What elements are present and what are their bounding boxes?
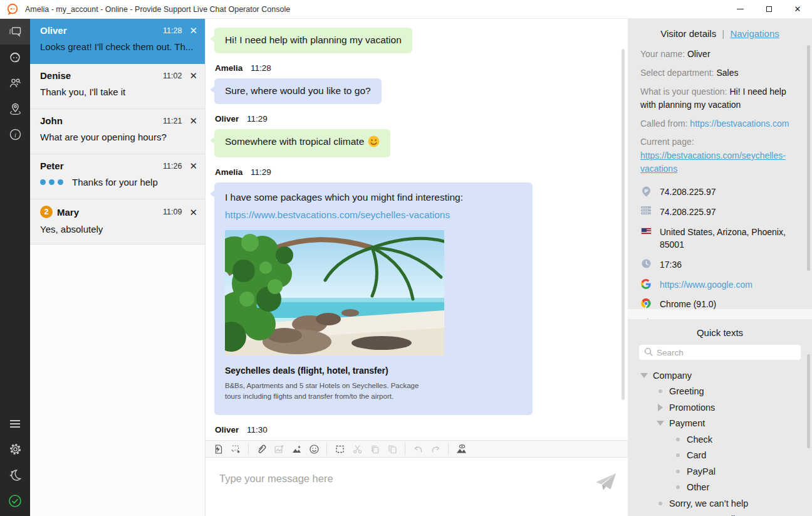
menu-icon (8, 418, 22, 429)
chat-list-item-mary[interactable]: 2 Mary 11:09 ✕ Yes, absolutely (30, 199, 205, 245)
image-preview-icon[interactable] (454, 442, 469, 456)
referrer-link[interactable]: https://www.google.com (660, 278, 752, 292)
attach-file-icon[interactable] (254, 442, 269, 456)
tree-node-company[interactable]: Company (638, 367, 802, 384)
typing-indicator-icon (40, 179, 63, 185)
close-chat-icon[interactable]: ✕ (189, 161, 197, 171)
quick-texts-search (639, 345, 801, 360)
app-sidebar: i (0, 19, 30, 516)
link-preview-description: B&Bs, Apartments and 5 star Hotels on Se… (225, 381, 420, 403)
tree-node-wrong-line[interactable]: Wrong support line (638, 512, 802, 516)
sidebar-item-chats[interactable] (0, 19, 30, 45)
chats-icon (8, 24, 23, 39)
field-question: What is your question: Hi! I need help w… (640, 85, 799, 112)
link-preview-title[interactable]: Seychelles deals (flight, hotel, transfe… (225, 365, 522, 377)
emoji-icon[interactable] (306, 442, 321, 456)
field-called-from: Called from: https://bestvacations.com (640, 117, 799, 130)
visitor-details-section: Visitor details | Navigations Your name:… (628, 19, 812, 309)
tree-node-greeting[interactable]: Greeting (638, 384, 802, 400)
called-from-link[interactable]: https://bestvacations.com (690, 118, 789, 129)
paper-plane-icon (595, 472, 617, 492)
message-time: 11:30 (247, 425, 268, 434)
sidebar-item-geo-map[interactable] (0, 96, 30, 122)
close-chat-icon[interactable]: ✕ (189, 208, 197, 217)
chat-visitor-name: John (40, 115, 63, 126)
chat-list: Oliver 11:28 ✕ Looks great! I'll check t… (30, 19, 206, 516)
seychelles-photo[interactable] (225, 230, 444, 355)
field-your-name: Your name: Oliver (640, 48, 799, 61)
sidebar-item-settings[interactable] (0, 436, 30, 462)
online-status-check-icon (8, 493, 23, 508)
select-area-icon[interactable] (332, 442, 347, 456)
info-icon: i (8, 127, 23, 142)
tree-node-promotions[interactable]: Promotions (638, 399, 802, 416)
chat-list-item-oliver[interactable]: Oliver 11:28 ✕ Looks great! I'll check t… (30, 19, 205, 64)
tree-node-other[interactable]: Other (638, 480, 802, 496)
close-button[interactable]: ✕ (783, 0, 812, 19)
chat-time: 11:28 (163, 26, 189, 35)
quick-text-icon[interactable] (211, 442, 226, 456)
maximize-button[interactable] (754, 0, 783, 19)
quick-texts-search-input[interactable] (639, 345, 801, 360)
visitor-details-scrollbar[interactable] (807, 45, 810, 271)
message-input[interactable] (206, 458, 593, 516)
message-header: Amelia 11:28 (215, 63, 628, 73)
chat-list-item-denise[interactable]: Denise 11:02 ✕ Thank you, I'll take it (30, 64, 205, 109)
chat-preview: Thanks for your help (72, 177, 158, 187)
message-history-scrollbar[interactable] (622, 49, 625, 400)
message-time: 11:29 (247, 114, 268, 124)
field-current-page: Current page: https://bestvacations.com/… (640, 135, 799, 176)
message-author: Oliver (215, 114, 239, 124)
close-chat-icon[interactable]: ✕ (189, 71, 197, 80)
redo-icon (428, 442, 443, 456)
chat-list-item-peter[interactable]: Peter 11:26 ✕ Thanks for your help (30, 154, 205, 199)
conversation-pane: Hi! I need help with planning my vacatio… (206, 19, 628, 516)
chat-visitor-name: Oliver (40, 25, 67, 36)
minimize-button[interactable] (726, 0, 754, 19)
svg-text:IP: IP (644, 189, 648, 193)
message-text: I have some packages which you might fin… (225, 191, 522, 204)
sidebar-item-info[interactable]: i (0, 122, 30, 147)
chat-time: 11:09 (163, 208, 189, 216)
collapse-icon[interactable] (640, 373, 648, 378)
current-page-link[interactable]: https://bestvacations.com/seychelles-vac… (640, 150, 786, 174)
chat-list-item-john[interactable]: John 11:21 ✕ What are your opening hours… (30, 109, 205, 154)
collapse-icon[interactable] (657, 421, 664, 426)
message-header: Oliver 11:29 (215, 114, 628, 124)
sidebar-item-operators[interactable] (0, 45, 30, 70)
tab-navigations[interactable]: Navigations (730, 28, 779, 39)
smiley-emoji-icon (368, 135, 380, 147)
send-button[interactable] (594, 471, 618, 493)
info-row-location: United States, Arizona, Phoenix, 85001 (640, 226, 799, 251)
leaf-bullet-icon (676, 485, 680, 489)
cut-icon (350, 442, 365, 456)
sidebar-item-online-status[interactable] (0, 488, 30, 513)
window-title: Amelia - my_account - Online - Provide S… (25, 5, 290, 14)
expand-icon[interactable] (658, 404, 663, 411)
magnifier-icon (644, 347, 653, 357)
leaf-bullet-icon (676, 438, 680, 441)
chat-time: 11:21 (163, 117, 189, 125)
chat-visitor-name: Denise (40, 70, 71, 81)
tree-node-paypal[interactable]: PayPal (638, 463, 802, 480)
tab-visitor-details[interactable]: Visitor details (660, 28, 716, 39)
info-row-referrer: https://www.google.com (640, 278, 799, 292)
sidebar-item-menu[interactable] (0, 411, 30, 436)
tree-node-card[interactable]: Card (638, 448, 802, 464)
close-chat-icon[interactable]: ✕ (189, 116, 197, 125)
sidebar-item-night-mode[interactable] (0, 462, 30, 488)
close-chat-icon[interactable]: ✕ (189, 26, 197, 35)
quick-texts-scrollbar[interactable] (807, 354, 810, 448)
us-flag-icon (641, 228, 652, 234)
sidebar-item-visitors[interactable] (0, 70, 30, 96)
image-edit-icon[interactable] (289, 442, 304, 456)
leaf-bullet-icon (658, 502, 662, 505)
add-quick-text-icon[interactable] (228, 442, 243, 456)
tree-node-check[interactable]: Check (638, 431, 802, 448)
google-icon (641, 279, 651, 289)
message-link[interactable]: https://www.bestvacations.com/seychelles… (225, 209, 450, 222)
image-upload-icon (271, 442, 286, 456)
tree-node-payment[interactable]: Payment (638, 416, 802, 432)
composer-toolbar (206, 440, 628, 458)
tree-node-sorry[interactable]: Sorry, we can’t help (638, 495, 802, 512)
